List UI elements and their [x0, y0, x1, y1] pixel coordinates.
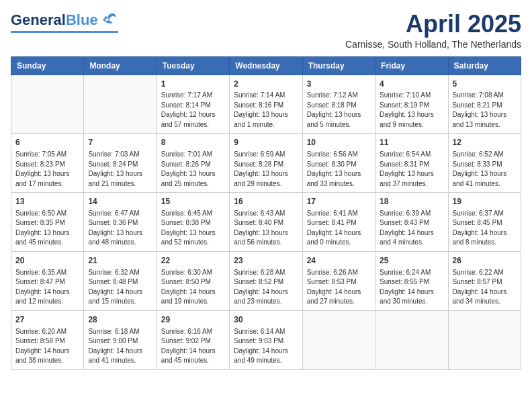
- calendar-cell: 1Sunrise: 7:17 AM Sunset: 8:14 PM Daylig…: [157, 75, 229, 134]
- calendar-cell: 28Sunrise: 6:18 AM Sunset: 9:00 PM Dayli…: [84, 310, 157, 369]
- calendar-week-row: 27Sunrise: 6:20 AM Sunset: 8:58 PM Dayli…: [11, 310, 521, 369]
- day-info: Sunrise: 7:01 AM Sunset: 8:26 PM Dayligh…: [161, 150, 225, 189]
- day-info: Sunrise: 7:10 AM Sunset: 8:19 PM Dayligh…: [380, 91, 443, 130]
- weekday-header-saturday: Saturday: [448, 56, 521, 75]
- calendar-cell: 3Sunrise: 7:12 AM Sunset: 8:18 PM Daylig…: [302, 75, 375, 134]
- day-number: 22: [161, 255, 225, 267]
- calendar-table: SundayMondayTuesdayWednesdayThursdayFrid…: [11, 56, 521, 370]
- day-info: Sunrise: 6:22 AM Sunset: 8:57 PM Dayligh…: [453, 268, 517, 307]
- day-number: 18: [380, 196, 443, 208]
- day-info: Sunrise: 6:28 AM Sunset: 8:52 PM Dayligh…: [234, 268, 298, 307]
- calendar-week-row: 20Sunrise: 6:35 AM Sunset: 8:47 PM Dayli…: [11, 251, 521, 310]
- calendar-cell: 10Sunrise: 6:56 AM Sunset: 8:30 PM Dayli…: [302, 134, 375, 193]
- calendar-header-row: SundayMondayTuesdayWednesdayThursdayFrid…: [11, 56, 521, 75]
- calendar-cell: 11Sunrise: 6:54 AM Sunset: 8:31 PM Dayli…: [375, 134, 448, 193]
- day-info: Sunrise: 6:54 AM Sunset: 8:31 PM Dayligh…: [380, 150, 443, 189]
- calendar-cell: 6Sunrise: 7:05 AM Sunset: 8:23 PM Daylig…: [11, 134, 84, 193]
- day-number: 16: [234, 196, 298, 208]
- logo-bird-icon: [99, 11, 118, 30]
- day-number: 25: [380, 255, 443, 267]
- day-number: 30: [234, 314, 298, 326]
- calendar-cell: [448, 310, 521, 369]
- day-info: Sunrise: 7:03 AM Sunset: 8:24 PM Dayligh…: [88, 150, 152, 189]
- day-number: 9: [234, 137, 298, 148]
- day-info: Sunrise: 7:14 AM Sunset: 8:16 PM Dayligh…: [234, 91, 298, 130]
- calendar-cell: 25Sunrise: 6:24 AM Sunset: 8:55 PM Dayli…: [375, 251, 448, 310]
- day-info: Sunrise: 6:24 AM Sunset: 8:55 PM Dayligh…: [380, 268, 443, 307]
- day-info: Sunrise: 6:43 AM Sunset: 8:40 PM Dayligh…: [234, 209, 298, 248]
- day-number: 20: [15, 255, 79, 267]
- day-info: Sunrise: 6:56 AM Sunset: 8:30 PM Dayligh…: [307, 150, 371, 189]
- day-number: 13: [15, 196, 79, 208]
- day-info: Sunrise: 6:45 AM Sunset: 8:38 PM Dayligh…: [161, 209, 225, 248]
- calendar-cell: 24Sunrise: 6:26 AM Sunset: 8:53 PM Dayli…: [302, 251, 375, 310]
- day-number: 14: [88, 196, 152, 208]
- day-info: Sunrise: 6:41 AM Sunset: 8:41 PM Dayligh…: [307, 209, 371, 248]
- calendar-cell: 21Sunrise: 6:32 AM Sunset: 8:48 PM Dayli…: [84, 251, 157, 310]
- day-number: 7: [88, 137, 152, 148]
- day-info: Sunrise: 6:37 AM Sunset: 8:45 PM Dayligh…: [453, 209, 517, 248]
- day-number: 17: [307, 196, 371, 208]
- day-info: Sunrise: 6:18 AM Sunset: 9:00 PM Dayligh…: [88, 327, 152, 366]
- day-number: 15: [161, 196, 225, 208]
- weekday-header-monday: Monday: [84, 56, 157, 75]
- day-number: 26: [453, 255, 517, 267]
- calendar-cell: [302, 310, 375, 369]
- calendar-subtitle: Carnisse, South Holland, The Netherlands: [345, 39, 521, 50]
- logo-text-general: General: [11, 13, 66, 28]
- calendar-cell: 22Sunrise: 6:30 AM Sunset: 8:50 PM Dayli…: [157, 251, 229, 310]
- page-header: General Blue April 2025 Carnisse, South …: [11, 11, 521, 50]
- day-number: 27: [15, 314, 79, 326]
- day-info: Sunrise: 7:12 AM Sunset: 8:18 PM Dayligh…: [307, 91, 371, 130]
- logo-underline: [11, 31, 118, 33]
- weekday-header-friday: Friday: [375, 56, 448, 75]
- day-number: 10: [307, 137, 371, 148]
- calendar-cell: 8Sunrise: 7:01 AM Sunset: 8:26 PM Daylig…: [157, 134, 229, 193]
- day-number: 21: [88, 255, 152, 267]
- calendar-cell: 19Sunrise: 6:37 AM Sunset: 8:45 PM Dayli…: [448, 193, 521, 252]
- day-number: 12: [453, 137, 517, 148]
- day-info: Sunrise: 6:14 AM Sunset: 9:03 PM Dayligh…: [234, 327, 298, 366]
- day-info: Sunrise: 7:05 AM Sunset: 8:23 PM Dayligh…: [15, 150, 79, 189]
- calendar-cell: 17Sunrise: 6:41 AM Sunset: 8:41 PM Dayli…: [302, 193, 375, 252]
- day-number: 8: [161, 137, 225, 148]
- title-area: April 2025 Carnisse, South Holland, The …: [345, 11, 521, 50]
- calendar-cell: [375, 310, 448, 369]
- calendar-cell: 14Sunrise: 6:47 AM Sunset: 8:36 PM Dayli…: [84, 193, 157, 252]
- calendar-cell: 12Sunrise: 6:52 AM Sunset: 8:33 PM Dayli…: [448, 134, 521, 193]
- day-number: 2: [234, 79, 298, 90]
- day-number: 23: [234, 255, 298, 267]
- day-number: 1: [161, 79, 225, 90]
- calendar-cell: 16Sunrise: 6:43 AM Sunset: 8:40 PM Dayli…: [230, 193, 302, 252]
- logo-text-blue: Blue: [66, 13, 98, 28]
- calendar-cell: 7Sunrise: 7:03 AM Sunset: 8:24 PM Daylig…: [84, 134, 157, 193]
- day-info: Sunrise: 6:30 AM Sunset: 8:50 PM Dayligh…: [161, 268, 225, 307]
- day-info: Sunrise: 6:39 AM Sunset: 8:43 PM Dayligh…: [380, 209, 443, 248]
- day-number: 29: [161, 314, 225, 326]
- calendar-cell: 4Sunrise: 7:10 AM Sunset: 8:19 PM Daylig…: [375, 75, 448, 134]
- day-info: Sunrise: 6:59 AM Sunset: 8:28 PM Dayligh…: [234, 150, 298, 189]
- day-number: 6: [15, 137, 79, 148]
- day-info: Sunrise: 7:17 AM Sunset: 8:14 PM Dayligh…: [161, 91, 225, 130]
- day-info: Sunrise: 6:16 AM Sunset: 9:02 PM Dayligh…: [161, 327, 225, 366]
- day-info: Sunrise: 6:32 AM Sunset: 8:48 PM Dayligh…: [88, 268, 152, 307]
- day-info: Sunrise: 6:52 AM Sunset: 8:33 PM Dayligh…: [453, 150, 517, 189]
- day-number: 24: [307, 255, 371, 267]
- calendar-cell: 30Sunrise: 6:14 AM Sunset: 9:03 PM Dayli…: [230, 310, 302, 369]
- weekday-header-tuesday: Tuesday: [157, 56, 229, 75]
- calendar-week-row: 6Sunrise: 7:05 AM Sunset: 8:23 PM Daylig…: [11, 134, 521, 193]
- day-info: Sunrise: 7:08 AM Sunset: 8:21 PM Dayligh…: [453, 91, 517, 130]
- calendar-cell: 5Sunrise: 7:08 AM Sunset: 8:21 PM Daylig…: [448, 75, 521, 134]
- calendar-cell: 2Sunrise: 7:14 AM Sunset: 8:16 PM Daylig…: [230, 75, 302, 134]
- calendar-cell: 26Sunrise: 6:22 AM Sunset: 8:57 PM Dayli…: [448, 251, 521, 310]
- calendar-cell: 18Sunrise: 6:39 AM Sunset: 8:43 PM Dayli…: [375, 193, 448, 252]
- calendar-cell: 23Sunrise: 6:28 AM Sunset: 8:52 PM Dayli…: [230, 251, 302, 310]
- day-info: Sunrise: 6:20 AM Sunset: 8:58 PM Dayligh…: [15, 327, 79, 366]
- day-number: 28: [88, 314, 152, 326]
- day-info: Sunrise: 6:47 AM Sunset: 8:36 PM Dayligh…: [88, 209, 152, 248]
- weekday-header-wednesday: Wednesday: [230, 56, 302, 75]
- calendar-week-row: 1Sunrise: 7:17 AM Sunset: 8:14 PM Daylig…: [11, 75, 521, 134]
- calendar-cell: 13Sunrise: 6:50 AM Sunset: 8:35 PM Dayli…: [11, 193, 84, 252]
- day-number: 4: [380, 79, 443, 90]
- calendar-cell: [84, 75, 157, 134]
